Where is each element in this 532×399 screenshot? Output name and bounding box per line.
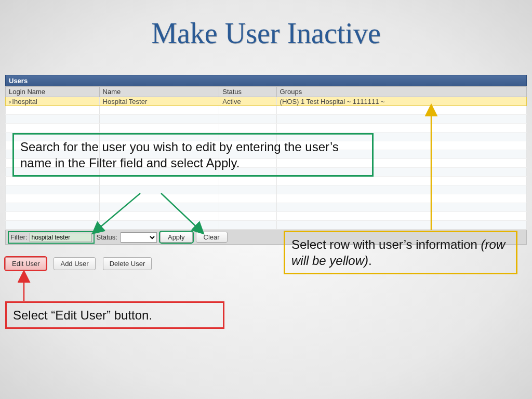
col-name[interactable]: Name [99, 87, 219, 97]
callout-search: Search for the user you wish to edit by … [12, 133, 374, 177]
table-row[interactable] [6, 177, 527, 185]
col-status[interactable]: Status [219, 87, 276, 97]
table-row[interactable] [6, 106, 527, 115]
table-row[interactable] [6, 212, 527, 221]
cell-login: Ihospital [12, 98, 37, 105]
page-title: Make User Inactive [0, 17, 532, 50]
table-row[interactable] [6, 115, 527, 124]
add-user-button[interactable]: Add User [54, 257, 95, 270]
action-buttons: Edit User Add User Delete User [5, 257, 152, 270]
table-row[interactable] [6, 221, 527, 230]
clear-button[interactable]: Clear [196, 232, 228, 243]
delete-user-button[interactable]: Delete User [103, 257, 152, 270]
col-login[interactable]: Login Name [6, 87, 100, 97]
table-row[interactable] [6, 185, 527, 194]
table-row[interactable]: ›Ihospital Hospital Tester Active (HOS) … [6, 97, 527, 106]
cell-status: Active [219, 97, 276, 106]
callout-select-row: Select row with user’s information (row … [284, 231, 517, 274]
table-row[interactable] [6, 124, 527, 132]
status-label: Status: [97, 233, 117, 241]
cell-name: Hospital Tester [99, 97, 219, 106]
panel-header: Users [5, 75, 527, 86]
table-row[interactable] [6, 203, 527, 212]
callout-edit-user: Select “Edit User” button. [5, 301, 224, 329]
table-row[interactable] [6, 194, 527, 203]
col-groups[interactable]: Groups [276, 87, 526, 97]
cell-groups: (HOS) 1 Test Hospital ~ 1111111 ~ [276, 97, 526, 106]
column-headers: Login Name Name Status Groups [6, 87, 527, 97]
status-select[interactable] [121, 232, 157, 243]
edit-user-button[interactable]: Edit User [5, 257, 46, 270]
apply-button[interactable]: Apply [160, 232, 193, 243]
row-indicator-icon: › [9, 98, 11, 105]
filter-input[interactable] [30, 233, 92, 242]
filter-label: Filter: [10, 233, 28, 241]
